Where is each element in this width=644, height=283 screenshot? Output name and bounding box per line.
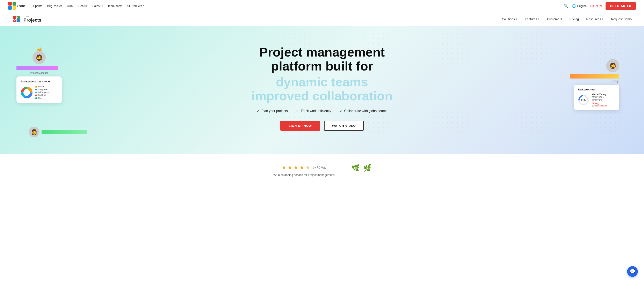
- nav-link-salesiq[interactable]: SalesIQ: [92, 4, 103, 7]
- nav-resources[interactable]: Resources ▼: [586, 17, 604, 21]
- check-icon-plan: ✓: [257, 109, 260, 113]
- nav-pricing[interactable]: Pricing: [569, 17, 579, 21]
- globe-icon: 🌐: [572, 4, 576, 8]
- logo-sq-yellow: [12, 6, 16, 10]
- pm-avatar-emoji: 🧔: [36, 54, 43, 61]
- legend-inprogress: In Progress: [36, 91, 48, 93]
- signup-now-button[interactable]: SIGN UP NOW: [280, 121, 320, 131]
- nav-link-bugtracker[interactable]: BugTracker: [47, 4, 62, 7]
- brand-logo-link[interactable]: Zoho Projects: [12, 14, 41, 24]
- legend-dot-open: [36, 97, 37, 99]
- nav-request-demo[interactable]: Request Demo: [611, 17, 632, 21]
- getstarted-button[interactable]: GET STARTED: [606, 2, 636, 10]
- search-icon: 🔍: [564, 4, 568, 8]
- legend-dot-active: [36, 86, 37, 88]
- legend-label-onhold: On Hold: [38, 94, 46, 96]
- task-progress-card: Task progress 21% Martin Young 02/01/202…: [574, 85, 619, 110]
- brand-name-main: Projects: [24, 18, 41, 23]
- legend-label-completed: Completed: [38, 88, 48, 91]
- top-nav-links: Sprints BugTracker CRM Recruit SalesIQ T…: [33, 4, 145, 7]
- star-4: ★: [299, 164, 304, 171]
- all-products-button[interactable]: All Products ▼: [127, 4, 145, 7]
- bottom-section: ★ ★ ★ ★ ★ by PCMag "An outstanding servi…: [0, 154, 644, 185]
- legend-open: Open: [36, 97, 48, 99]
- chevron-down-icon: ▼: [143, 5, 145, 7]
- feature-collab-label: Collaborate with global teams: [344, 109, 387, 113]
- design-avatar: 🧔: [606, 59, 619, 72]
- rating-quote: "An outstanding service for project mana…: [273, 173, 335, 177]
- award-leaf-right: 🌿: [363, 164, 371, 172]
- pm-label: Project Manager: [16, 71, 62, 74]
- status-report-card: Team project status report: [16, 76, 62, 103]
- hero-title: Project management platform built for: [252, 45, 393, 73]
- star-1: ★: [282, 164, 286, 171]
- floating-dev-card: 👩: [29, 127, 87, 137]
- top-nav-right: 🔍 🌐 English SIGN IN GET STARTED: [564, 2, 636, 10]
- nav-link-teaminbox[interactable]: TeamInbox: [108, 4, 122, 7]
- solutions-chevron: ▼: [516, 18, 518, 20]
- legend-dot-inprogress: [36, 92, 37, 93]
- star-2: ★: [287, 164, 292, 171]
- nav-features[interactable]: Features ▼: [525, 17, 540, 21]
- hero-title-dynamic: dynamic teams: [252, 75, 393, 89]
- signin-button[interactable]: SIGN IN: [590, 4, 602, 7]
- language-button[interactable]: 🌐 English: [572, 4, 586, 8]
- top-navigation: ZOHO Sprints BugTracker CRM Recruit Sale…: [0, 0, 644, 12]
- hero-cta: SIGN UP NOW WATCH VIDEO: [252, 121, 393, 131]
- rating-row: ★ ★ ★ ★ ★ by PCMag: [282, 164, 326, 171]
- hero-features: ✓ Plan your projects ✓ Track work effici…: [252, 109, 393, 113]
- task-behind-schedule: 02 day(s) behind schedule: [592, 102, 616, 107]
- search-button[interactable]: 🔍: [564, 4, 568, 8]
- pm-avatar: 🧔: [32, 51, 46, 64]
- logo-sq-blue: [8, 6, 12, 10]
- legend-label-active: Active: [38, 85, 44, 88]
- task-person-name: Martin Young: [592, 93, 616, 96]
- check-icon-collab: ✓: [340, 109, 342, 113]
- status-report-title: Team project status report: [20, 80, 58, 83]
- pcmag-label: by PCMag: [313, 166, 326, 169]
- zoho-logo-text: ZOHO: [17, 4, 26, 7]
- rating-section: ★ ★ ★ ★ ★ by PCMag "An outstanding servi…: [273, 164, 335, 177]
- feature-track-label: Track work efficiently: [301, 109, 331, 113]
- task-behind-label: 02 day(s): [592, 102, 600, 105]
- dev-avatar-emoji: 👩: [31, 129, 37, 135]
- award-leaf-left: 🌿: [352, 164, 360, 172]
- feature-plan: ✓ Plan your projects: [257, 109, 288, 113]
- product-navigation: Zoho Projects Solutions ▼ Features ▼ Cus…: [0, 12, 644, 26]
- resources-chevron: ▼: [602, 18, 604, 20]
- features-label: Features: [525, 17, 537, 21]
- logo-sq-red: [8, 2, 12, 5]
- feature-track: ✓ Track work efficiently: [296, 109, 331, 113]
- zoho-logo[interactable]: ZOHO: [8, 2, 26, 10]
- watch-video-button[interactable]: WATCH VIDEO: [324, 121, 364, 131]
- nav-customers[interactable]: Customers: [547, 17, 562, 21]
- brand-name: Zoho Projects: [24, 15, 41, 23]
- dev-bar: [42, 130, 87, 134]
- design-avatar-wrap: 🧔: [606, 59, 619, 72]
- logo-squares: [8, 2, 16, 10]
- nav-link-recruit[interactable]: Recruit: [78, 4, 88, 7]
- hero-text-block: Project management platform built for dy…: [252, 45, 393, 131]
- award-decoration: 🌿 🌿: [352, 164, 371, 172]
- hero-title-line1: Project management: [259, 45, 385, 59]
- nav-link-sprints[interactable]: Sprints: [33, 4, 42, 7]
- pm-avatar-wrap: 👑 🧔: [16, 51, 62, 64]
- language-label: English: [577, 4, 586, 7]
- task-progress-title: Task progress: [578, 88, 616, 91]
- legend-dot-onhold: [36, 94, 37, 96]
- design-label: Design: [612, 80, 619, 83]
- star-rating: ★ ★ ★ ★ ★: [282, 164, 310, 171]
- feature-collaborate: ✓ Collaborate with global teams: [340, 109, 387, 113]
- task-dates: 02/01/2024 to14/01/2024: [592, 96, 616, 102]
- nav-link-crm[interactable]: CRM: [67, 4, 74, 7]
- svg-point-5: [24, 89, 30, 96]
- legend-dot-completed: [36, 89, 37, 90]
- nav-solutions[interactable]: Solutions ▼: [502, 17, 518, 21]
- hero-title-line2: platform built for: [271, 59, 373, 73]
- status-report-inner: Active Completed In Progress On Hold: [20, 85, 58, 99]
- features-chevron: ▼: [538, 18, 540, 20]
- legend-onhold: On Hold: [36, 94, 48, 96]
- all-products-label: All Products: [127, 4, 142, 7]
- logo-sq-green: [12, 2, 16, 5]
- task-progress-inner: 21% Martin Young 02/01/2024 to14/01/2024…: [578, 93, 616, 107]
